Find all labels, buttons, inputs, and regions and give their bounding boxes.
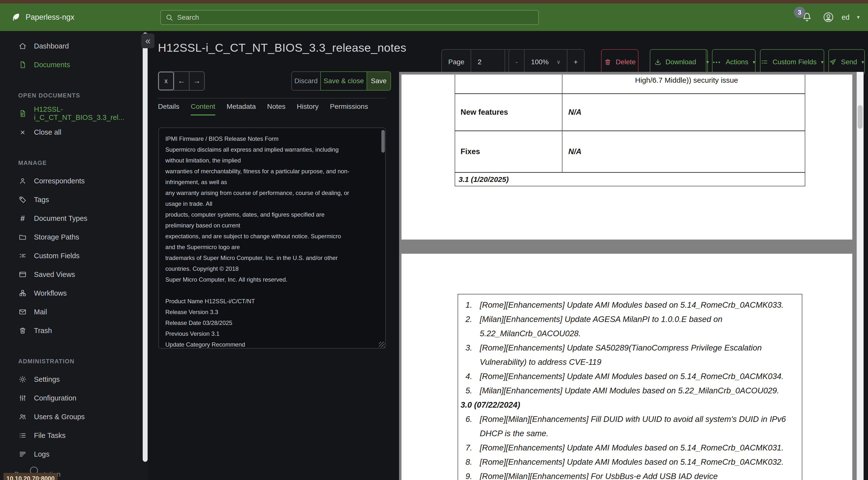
status-url-tooltip: 10.10.20.70:8000 <box>3 473 58 480</box>
search-input[interactable] <box>177 13 534 22</box>
download-icon <box>654 58 661 66</box>
hash-icon: # <box>18 214 27 223</box>
sidebar-item-label: Configuration <box>34 394 76 402</box>
delete-label: Delete <box>616 58 636 66</box>
download-menu-caret[interactable]: ▾ <box>706 50 709 74</box>
sidebar-item-settings[interactable]: Settings <box>0 372 148 387</box>
zoom-level-value: 100% <box>531 58 549 66</box>
brand[interactable]: Paperless-ngx <box>11 12 74 22</box>
tab-details[interactable]: Details <box>158 102 179 115</box>
tab-content[interactable]: Content <box>191 102 215 115</box>
chevrons-left-icon: « <box>145 36 150 46</box>
sidebar-item-label: Trash <box>34 327 52 335</box>
custom-fields-icon <box>761 58 768 66</box>
discard-button[interactable]: Discard <box>291 71 321 91</box>
zoom-out-button[interactable]: - <box>509 50 524 74</box>
sidebar-item-document-types[interactable]: # Document Types <box>0 211 148 226</box>
download-button[interactable]: Download <box>649 50 702 74</box>
sidebar-item-storage-paths[interactable]: Storage Paths <box>0 230 148 245</box>
notifications-button[interactable]: 3 <box>801 11 813 23</box>
send-button[interactable]: Send ▾ <box>828 49 865 75</box>
table-cell-label: New features <box>455 94 562 130</box>
tag-icon <box>18 196 27 204</box>
close-document-button[interactable]: x <box>158 72 174 90</box>
open-document-label: H12SSL-i_C_CT_NT_BIOS_3.3_rel... <box>34 106 148 122</box>
table-cell-value: N/A <box>562 131 805 172</box>
list-item: 2.[Milan][Enhancements] Update AGESA Mil… <box>458 312 797 326</box>
document-nav-group: x ← → <box>158 71 205 91</box>
sidebar-item-trash[interactable]: Trash <box>0 323 148 338</box>
tab-notes[interactable]: Notes <box>267 102 285 115</box>
sidebar-item-workflows[interactable]: Workflows <box>0 286 148 301</box>
pdf-preview-pane[interactable]: High/6.7 Middle)) security issue New fea… <box>399 72 864 480</box>
tab-metadata[interactable]: Metadata <box>226 102 256 115</box>
delete-button[interactable]: Delete <box>601 49 639 75</box>
list-item-continuation: Vulnerability) to address CVE-119 <box>458 355 797 369</box>
collapse-sidebar-button[interactable]: « <box>141 33 155 48</box>
task-list-icon <box>18 431 27 440</box>
textarea-scrollbar-thumb[interactable] <box>381 130 385 153</box>
arrow-right-icon: → <box>193 77 201 85</box>
gear-icon <box>18 376 27 383</box>
sidebar-item-label: Logs <box>34 450 50 458</box>
avatar[interactable] <box>823 11 834 23</box>
file-text-icon <box>18 110 27 117</box>
sidebar-item-dashboard[interactable]: Dashboard <box>0 38 148 54</box>
pdf-scrollbar-thumb[interactable] <box>858 105 863 129</box>
version-heading: 3.0 (07/22/2024) <box>458 398 797 412</box>
caret-down-icon: ▾ <box>706 59 709 65</box>
paperless-leaf-logo-icon <box>11 12 21 22</box>
sidebar-item-correspondents[interactable]: Correspondents <box>0 173 148 188</box>
sidebar-item-custom-fields[interactable]: Custom Fields <box>0 248 148 263</box>
previous-document-button[interactable]: ← <box>174 72 189 90</box>
tab-history[interactable]: History <box>297 102 319 115</box>
zoom-level-select[interactable]: 100% ∨ <box>524 50 567 74</box>
save-button[interactable]: Save <box>367 71 391 91</box>
sidebar-item-mail[interactable]: Mail <box>0 304 148 320</box>
chevron-down-icon: ∨ <box>557 59 560 65</box>
sidebar-open-document[interactable]: H12SSL-i_C_CT_NT_BIOS_3.3_rel... <box>0 106 148 121</box>
actions-label: Actions <box>726 58 748 66</box>
download-split-button: Download ▾ <box>650 49 708 75</box>
pdf-scrollbar-track[interactable] <box>857 72 864 480</box>
tab-permissions[interactable]: Permissions <box>330 102 368 115</box>
sidebar-item-saved-views[interactable]: Saved Views <box>0 267 148 282</box>
sidebar-item-configuration[interactable]: Configuration <box>0 390 148 406</box>
notification-count-badge: 3 <box>794 7 805 18</box>
save-and-close-button[interactable]: Save & close <box>320 71 367 91</box>
sidebar-scrollbar[interactable] <box>143 32 148 462</box>
pdf-changelog-box: 1.[Rome][Enhancements] Update AMI Module… <box>458 294 802 480</box>
table-cell: High/6.7 Middle)) security issue <box>562 74 805 93</box>
global-search[interactable] <box>160 10 539 25</box>
sidebar-item-label: File Tasks <box>34 431 65 440</box>
actions-button[interactable]: ⋯ Actions ▾ <box>712 49 755 75</box>
list-item: 1.[Rome][Enhancements] Update AMI Module… <box>458 298 797 312</box>
list-item-continuation: 5.22_MilanCrb_0ACOU028. <box>458 326 797 341</box>
sidebar-item-users-groups[interactable]: Users & Groups <box>0 409 148 424</box>
custom-fields-button[interactable]: Custom Fields ▾ <box>760 49 824 75</box>
boxes-icon <box>18 289 27 297</box>
sidebar-item-label: Mail <box>34 308 47 316</box>
folder-icon <box>18 233 27 241</box>
sidebar-item-tags[interactable]: Tags <box>0 192 148 207</box>
sidebar-item-documents[interactable]: Documents <box>0 57 148 72</box>
textarea-resize-handle[interactable] <box>379 342 385 348</box>
arrow-left-icon: ← <box>178 77 186 85</box>
window-icon <box>18 271 27 278</box>
caret-down-icon: ▾ <box>821 59 824 65</box>
sliders-icon <box>18 394 27 402</box>
sidebar-item-label: Settings <box>34 376 60 384</box>
sidebar-close-all[interactable]: × Close all <box>0 125 148 140</box>
sidebar-item-logs[interactable]: Logs <box>0 447 148 462</box>
close-icon: x <box>164 77 168 85</box>
file-icon <box>18 61 27 69</box>
user-menu[interactable]: ed <box>842 13 849 22</box>
document-content-textarea[interactable]: IPMI Firmware / BIOS Release Notes Form … <box>158 127 386 349</box>
sidebar-item-label: Tags <box>34 196 49 204</box>
page-number-input[interactable] <box>477 58 498 66</box>
send-icon <box>829 58 837 66</box>
pdf-page-1: High/6.7 Middle)) security issue New fea… <box>401 74 852 240</box>
next-document-button[interactable]: → <box>189 72 204 90</box>
zoom-in-button[interactable]: + <box>567 50 584 74</box>
sidebar-item-file-tasks[interactable]: File Tasks <box>0 428 148 443</box>
